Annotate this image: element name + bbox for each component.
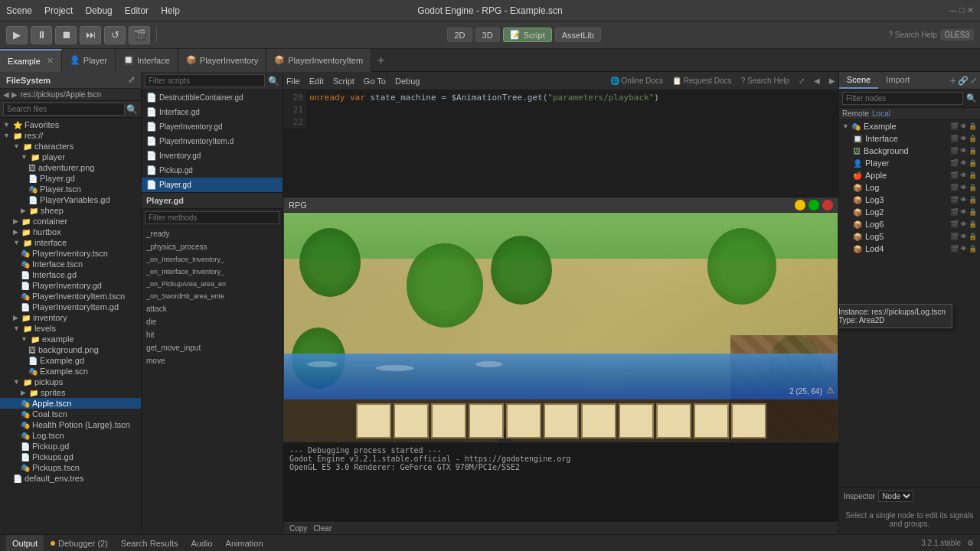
node-apple[interactable]: 🍎 Apple 🎬👁🔒 [839,169,980,181]
menu-editor[interactable]: Editor [125,5,149,16]
tree-hurtbox[interactable]: ▶ 📁 hurtbox [0,227,141,237]
inv-slot-11[interactable] [731,403,766,439]
tree-container[interactable]: ▶ 📁 container [0,216,141,227]
step-button[interactable]: ⏭ [80,26,101,44]
node-log2[interactable]: 📦 Log2 🎬👁🔒 [839,206,980,218]
tree-pickups[interactable]: ▼ 📁 pickups [0,377,141,387]
search-help[interactable]: ? Search Help [741,77,789,85]
node-player[interactable]: 👤 Player 🎬👁🔒 [839,157,980,169]
tab-interface[interactable]: 🔲 Interface [116,49,178,72]
tree-sprites[interactable]: ▶ 📁 sprites [0,387,141,398]
tree-player-gd[interactable]: 📄 Player.gd [0,173,141,184]
menu-project[interactable]: Project [44,5,73,16]
tab-import[interactable]: Import [878,72,917,89]
method-on-interface-inventory-2[interactable]: _on_Interface_Inventory_ [142,266,283,278]
local-mode[interactable]: Local [872,109,890,118]
node-log5[interactable]: 📦 Log5 🎬👁🔒 [839,230,980,243]
copy-button[interactable]: Copy [289,524,307,533]
tab-playerinventoryitem[interactable]: 📦 PlayerInventoryItem [266,49,371,72]
tree-player[interactable]: ▼ 📁 player [0,152,141,162]
tree-favorites[interactable]: ▼ ⭐ Favorites [0,119,141,130]
tree-interface[interactable]: ▼ 📁 interface [0,237,141,248]
scene-expand-icon[interactable]: ⤢ [970,76,977,86]
tree-adventurer-png[interactable]: 🖼 adventurer.png [0,162,141,173]
node-interface[interactable]: 🔲 Interface 🎬👁🔒 [839,132,980,145]
mode-2d-button[interactable]: 2D [447,28,472,42]
code-content[interactable]: onready var state_machine = $AnimationTr… [309,92,659,104]
status-tab-output[interactable]: Output [6,535,44,552]
tab-example[interactable]: Example ✕ [0,49,62,72]
request-docs[interactable]: 📋 Request Docs [672,77,732,85]
tree-apple-tscn[interactable]: 🎭 Apple.tscn [0,398,141,409]
script-inventory[interactable]: 📄 Inventory.gd [142,148,283,163]
nav-forward[interactable]: ▶ [829,77,835,85]
tree-player-tscn[interactable]: 🎭 Player.tscn [0,184,141,194]
inv-slot-7[interactable] [581,403,616,439]
filesystem-expand[interactable]: ⤢ [128,75,135,85]
settings-icon[interactable]: ⚙ [967,539,974,547]
search-help-label[interactable]: ? Search Help [888,31,936,39]
method-physics-process[interactable]: _physics_process [142,240,283,253]
status-tab-audio[interactable]: Audio [185,535,218,552]
method-get-move-input[interactable]: get_move_input [142,341,283,354]
inv-slot-1[interactable] [356,403,391,439]
script-interface[interactable]: 📄 Interface.gd [142,105,283,119]
tree-log-tscn[interactable]: 🎭 Log.tscn [0,430,141,441]
node-filter-input[interactable] [842,92,963,105]
menu-file[interactable]: File [286,77,300,86]
inv-slot-8[interactable] [619,403,654,439]
tree-pickups-tscn[interactable]: 🎭 Pickups.tscn [0,462,141,473]
node-background[interactable]: 🖼 Background 🎬👁🔒 [839,145,980,157]
remote-mode[interactable]: Remote [842,109,869,118]
tree-interface-gd[interactable]: 📄 Interface.gd [0,269,141,280]
node-lod4[interactable]: 📦 Lod4 🎬👁🔒 [839,243,980,255]
inv-slot-9[interactable] [656,403,691,439]
script-playerinventoryitem[interactable]: 📄 PlayerInventoryItem.d [142,134,283,148]
mode-3d-button[interactable]: 3D [475,28,500,42]
node-log6[interactable]: 📦 Log6 🎬👁🔒 [839,218,980,230]
tab-scene[interactable]: Scene [839,72,878,89]
tree-playervariables-gd[interactable]: 📄 PlayerVariables.gd [0,194,141,205]
method-hit[interactable]: hit [142,328,283,341]
inv-slot-4[interactable] [469,403,504,439]
tree-pickups-gd[interactable]: 📄 Pickups.gd [0,452,141,462]
tree-example-scn[interactable]: 🎭 Example.scn [0,366,141,377]
game-canvas[interactable]: ⚠ 2 (25, 64) [284,213,838,442]
tree-playerinventoryitem-gd[interactable]: 📄 PlayerInventoryItem.gd [0,302,141,312]
method-on-swordhit-area-ente[interactable]: _on_SwordHit_area_ente [142,290,283,302]
tree-characters[interactable]: ▼ 📁 characters [0,141,141,152]
filesystem-search-input[interactable] [3,103,125,116]
inv-slot-6[interactable] [544,403,579,439]
clear-button[interactable]: Clear [313,524,332,533]
tree-playerinventory-tscn[interactable]: 🎭 PlayerInventory.tscn [0,248,141,259]
node-example[interactable]: ▼ 🎭 Example 🎬👁🔒 [839,120,980,132]
script-player[interactable]: 📄 Player.gd [142,178,283,192]
tree-playerinventory-gd[interactable]: 📄 PlayerInventory.gd [0,280,141,291]
method-die[interactable]: die [142,315,283,328]
reload-button[interactable]: ↺ [104,26,126,44]
menu-debug-script[interactable]: Debug [395,77,420,86]
tree-example-gd[interactable]: 📄 Example.gd [0,355,141,366]
node-log[interactable]: 📦 Log 🎬👁🔒 [839,181,980,194]
tab-playerinventory[interactable]: 📦 PlayerInventory [178,49,266,72]
inv-slot-2[interactable] [394,403,429,439]
game-maximize-button[interactable] [808,200,819,210]
expand-icon[interactable]: ⤢ [799,77,805,85]
tree-example[interactable]: ▼ 📁 example [0,334,141,344]
node-log3[interactable]: 📦 Log3 🎬👁🔒 [839,194,980,206]
method-on-pickup-area-en[interactable]: _on_PickupArea_area_en [142,278,283,290]
status-tab-animation[interactable]: Animation [220,535,270,552]
script-playerinventory[interactable]: 📄 PlayerInventory.gd [142,119,283,134]
tree-inventory[interactable]: ▶ 📁 inventory [0,312,141,323]
game-close-button[interactable] [822,200,833,210]
method-ready[interactable]: _ready [142,227,283,240]
tab-example-close[interactable]: ✕ [47,56,54,66]
inspector-dropdown[interactable]: Node [878,491,913,502]
menu-help[interactable]: Help [161,5,180,16]
script-pickup[interactable]: 📄 Pickup.gd [142,163,283,178]
script-filter-input[interactable] [145,74,265,87]
tree-pickup-gd[interactable]: 📄 Pickup.gd [0,441,141,452]
stop-button[interactable]: ⏹ [55,26,77,44]
method-attack[interactable]: attack [142,302,283,315]
mode-script-button[interactable]: 📝Script [503,28,552,42]
